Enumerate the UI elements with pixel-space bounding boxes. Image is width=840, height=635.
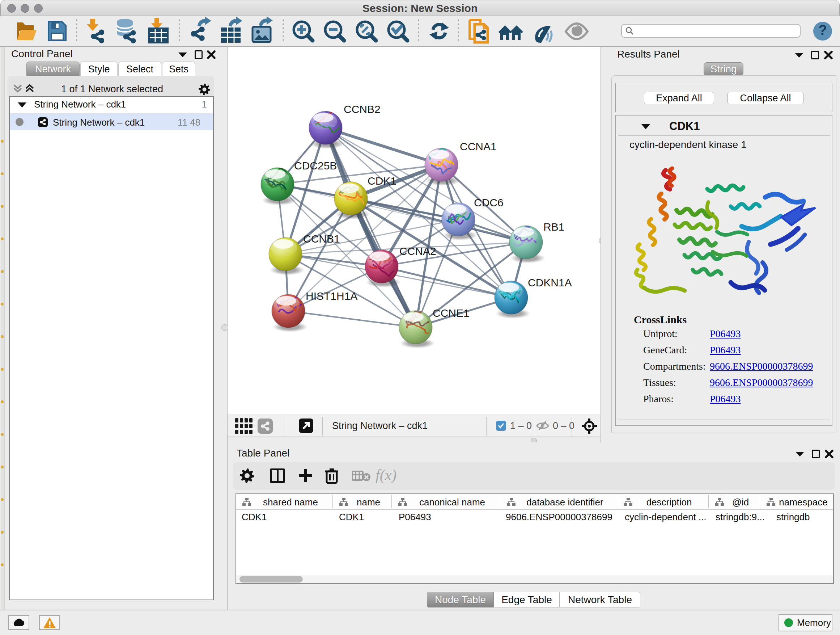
svg-text:CDK1: CDK1 bbox=[368, 175, 396, 187]
svg-text:CCNE1: CCNE1 bbox=[433, 307, 470, 319]
svg-text:HIST1H1A: HIST1H1A bbox=[306, 290, 357, 302]
svg-text:CCNA2: CCNA2 bbox=[399, 245, 436, 257]
svg-text:CCNA1: CCNA1 bbox=[460, 141, 497, 152]
svg-text:CCNB2: CCNB2 bbox=[344, 103, 381, 115]
svg-text:CDC25B: CDC25B bbox=[294, 160, 337, 172]
svg-text:RB1: RB1 bbox=[543, 221, 564, 233]
svg-text:CCNB1: CCNB1 bbox=[303, 233, 340, 245]
svg-text:CDKN1A: CDKN1A bbox=[528, 277, 572, 288]
svg-text:CDC6: CDC6 bbox=[474, 196, 504, 209]
